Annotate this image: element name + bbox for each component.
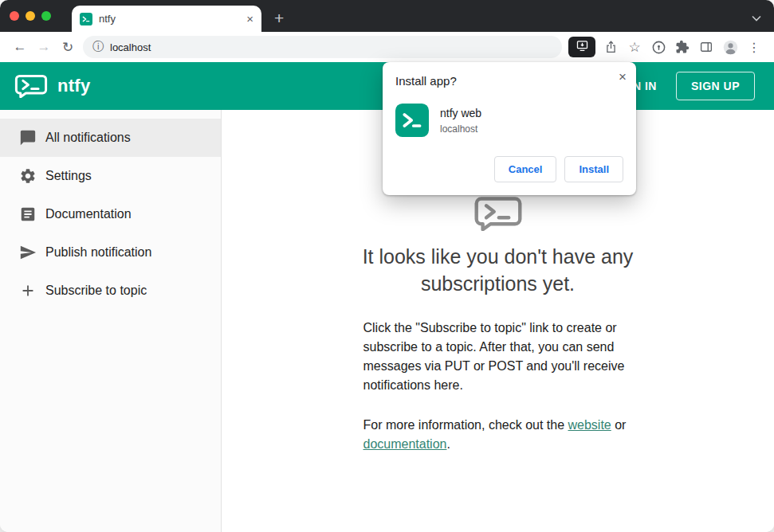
browser-tab-ntfy[interactable]: ntfy × bbox=[72, 6, 261, 32]
tab-search-chevron-icon[interactable] bbox=[752, 15, 761, 22]
back-button[interactable]: ← bbox=[8, 35, 32, 59]
sidebar-item-subscribe-to-topic[interactable]: Subscribe to topic bbox=[0, 272, 221, 310]
close-tab-icon[interactable]: × bbox=[246, 13, 253, 25]
book-icon bbox=[19, 205, 37, 223]
browser-toolbar: ← → ↻ ⓘ localhost ☆ ⋮ bbox=[0, 32, 774, 62]
sidebar: All notifications Settings Documentation… bbox=[0, 110, 222, 532]
install-button[interactable]: Install bbox=[564, 156, 623, 182]
minimize-window-button[interactable] bbox=[26, 11, 35, 21]
dialog-app-row: ntfy web localhost bbox=[395, 104, 623, 137]
url-text: localhost bbox=[110, 41, 151, 53]
sign-up-button[interactable]: SIGN UP bbox=[676, 72, 755, 100]
more-info-middle: or bbox=[611, 418, 627, 432]
install-app-icon bbox=[576, 39, 589, 55]
dialog-app-name: ntfy web bbox=[440, 107, 481, 119]
install-app-button[interactable] bbox=[568, 37, 595, 57]
sidebar-item-documentation[interactable]: Documentation bbox=[0, 195, 221, 233]
sidebar-item-label: Documentation bbox=[45, 207, 132, 221]
browser-window: ntfy × + ← → ↻ ⓘ localhost ☆ bbox=[0, 0, 774, 532]
site-info-icon[interactable]: ⓘ bbox=[92, 40, 104, 54]
plus-icon bbox=[19, 282, 37, 299]
sidebar-item-all-notifications[interactable]: All notifications bbox=[0, 119, 221, 157]
chat-icon bbox=[19, 129, 37, 147]
ntfy-terminal-icon bbox=[473, 196, 523, 231]
tab-strip: ntfy × + bbox=[0, 0, 774, 32]
zoom-window-button[interactable] bbox=[41, 11, 51, 21]
reload-button[interactable]: ↻ bbox=[56, 35, 80, 59]
ntfy-favicon-icon bbox=[80, 13, 92, 25]
extensions-puzzle-icon[interactable] bbox=[670, 35, 694, 59]
browser-menu-icon[interactable]: ⋮ bbox=[742, 35, 766, 59]
side-panel-icon[interactable] bbox=[694, 35, 718, 59]
password-manager-extension-icon[interactable] bbox=[646, 35, 670, 59]
install-app-dialog: Install app? × ntfy web localhost Cancel… bbox=[383, 62, 636, 195]
more-info-prefix: For more information, check out the bbox=[363, 418, 568, 432]
ntfy-app-icon bbox=[395, 104, 429, 137]
dialog-app-info: ntfy web localhost bbox=[440, 107, 481, 135]
cancel-button[interactable]: Cancel bbox=[494, 156, 557, 182]
empty-state-title-line1: It looks like you don't have any bbox=[291, 244, 705, 271]
sidebar-item-label: Publish notification bbox=[45, 245, 151, 260]
share-icon bbox=[604, 40, 618, 54]
sidebar-item-label: Subscribe to topic bbox=[45, 284, 147, 298]
empty-state-body: Click the "Subscribe to topic" link to c… bbox=[363, 319, 633, 395]
empty-state-title-line2: subscriptions yet. bbox=[291, 271, 705, 298]
empty-state-more: For more information, check out the webs… bbox=[363, 416, 633, 454]
tab-title: ntfy bbox=[99, 13, 246, 25]
documentation-link[interactable]: documentation bbox=[363, 437, 447, 451]
forward-button[interactable]: → bbox=[32, 35, 56, 59]
more-info-suffix: . bbox=[446, 437, 450, 451]
sidebar-item-label: All notifications bbox=[45, 131, 131, 145]
sidebar-item-settings[interactable]: Settings bbox=[0, 157, 221, 195]
window-controls bbox=[0, 0, 61, 32]
gear-icon bbox=[19, 167, 37, 185]
dialog-title: Install app? bbox=[395, 74, 623, 88]
new-tab-button[interactable]: + bbox=[274, 10, 284, 26]
sidebar-item-label: Settings bbox=[45, 169, 92, 183]
dialog-app-origin: localhost bbox=[440, 123, 481, 135]
share-button[interactable] bbox=[599, 35, 623, 59]
close-dialog-icon[interactable]: × bbox=[619, 69, 627, 85]
empty-state-title: It looks like you don't have any subscri… bbox=[291, 244, 705, 298]
profile-avatar[interactable] bbox=[718, 35, 742, 59]
sidebar-item-publish-notification[interactable]: Publish notification bbox=[0, 233, 221, 272]
bookmark-star-icon[interactable]: ☆ bbox=[623, 35, 646, 59]
close-window-button[interactable] bbox=[10, 11, 19, 21]
ntfy-logo-icon bbox=[14, 74, 48, 98]
website-link[interactable]: website bbox=[568, 418, 611, 432]
dialog-actions: Cancel Install bbox=[395, 156, 623, 182]
app-title: ntfy bbox=[57, 76, 91, 96]
send-icon bbox=[19, 244, 37, 261]
address-bar[interactable]: ⓘ localhost bbox=[83, 36, 562, 58]
